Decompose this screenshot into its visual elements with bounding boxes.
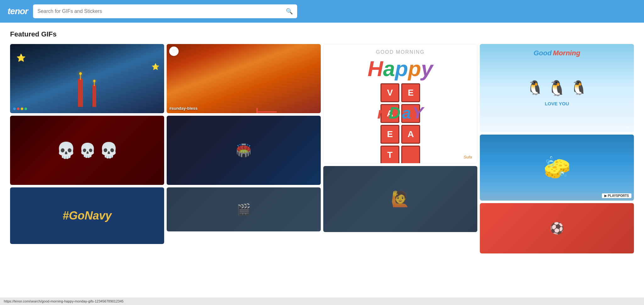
gif-col-4: Good Morning 🐧 🐧 🐧 LOVE YOU PicMix 🧽: [480, 44, 634, 253]
logo[interactable]: tenor: [8, 6, 28, 16]
gif-signature: Sufa: [464, 155, 472, 159]
happy-text: H a p p y: [368, 56, 433, 81]
good-morning-text: GOOD MORNING: [376, 49, 425, 55]
gif-sports[interactable]: 🏟️: [167, 116, 321, 185]
monday-grid: V E A E A T: [380, 83, 420, 164]
playsports-label: ▶▶ PLAYSPORTS PLAYSPORTS: [602, 193, 631, 198]
red-arrow: [256, 106, 278, 113]
gif-col-3: GOOD MORNING H a p p y V E A E A T: [323, 44, 477, 253]
gif-bottom-col2[interactable]: 🎬: [167, 187, 321, 231]
heart-icon: ♡: [172, 49, 176, 54]
gif-autumn[interactable]: ♡ #sunday-bless Open Link in New Tab Ope…: [167, 44, 321, 113]
gif-skeletons[interactable]: 💀 💀 💀: [10, 116, 164, 185]
gif-hashtag-label: #sunday-bless: [169, 106, 197, 111]
favorite-button[interactable]: ♡: [169, 47, 179, 56]
gif-gonavy[interactable]: #GoNavy: [10, 187, 164, 244]
section-title: Featured GIFs: [10, 30, 634, 38]
search-input[interactable]: [37, 8, 283, 14]
gif-penguins[interactable]: Good Morning 🐧 🐧 🐧 LOVE YOU PicMix: [480, 44, 634, 132]
gif-happy-monday[interactable]: GOOD MORNING H a p p y V E A E A T: [323, 44, 477, 164]
gif-col-2: ♡ #sunday-bless Open Link in New Tab Ope…: [167, 44, 321, 253]
love-you-text: LOVE YOU: [545, 101, 569, 106]
gif-col-1: ⭐ ⭐ 💀: [10, 44, 164, 253]
picmix-label: PicMix: [622, 126, 631, 130]
status-url: https://tenor.com/search/good-morning-ha…: [4, 299, 124, 303]
penguins: 🐧 🐧 🐧: [526, 80, 587, 97]
main-content: Featured GIFs ⭐: [0, 23, 644, 305]
nday-text: n D a Y: [377, 103, 423, 122]
gif-raising-hand[interactable]: 🙋: [323, 166, 477, 232]
gif-playsports-bottom[interactable]: ⚽: [480, 203, 634, 253]
gif-christmas[interactable]: ⭐ ⭐: [10, 44, 164, 113]
gif-spongebob[interactable]: 🧽 ▶▶ PLAYSPORTS PLAYSPORTS: [480, 135, 634, 201]
gonavy-text: #GoNavy: [63, 209, 112, 222]
status-bar: https://tenor.com/search/good-morning-ha…: [0, 297, 644, 305]
header: tenor 🔍: [0, 0, 644, 23]
good-morning-script: Good Morning: [534, 49, 580, 57]
search-bar[interactable]: 🔍: [33, 4, 297, 18]
gif-grid: ⭐ ⭐ 💀: [10, 44, 634, 253]
search-icon[interactable]: 🔍: [286, 8, 293, 15]
